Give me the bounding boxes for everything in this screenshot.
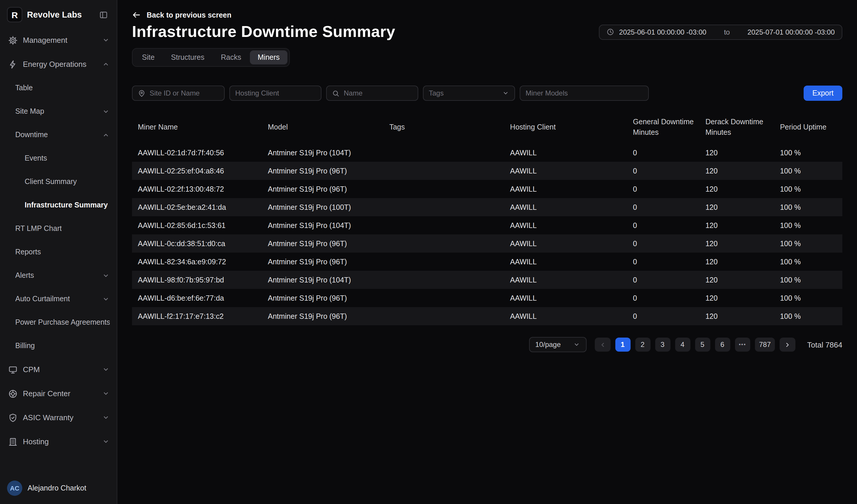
cell-general-downtime: 0: [627, 234, 700, 253]
back-button[interactable]: Back to previous screen: [132, 11, 231, 19]
page-button[interactable]: 787: [755, 337, 775, 352]
sidebar-item-alerts[interactable]: Alerts: [0, 264, 117, 287]
page-button[interactable]: 5: [695, 337, 710, 352]
cell-general-downtime: 0: [627, 271, 700, 289]
monitor-icon: [8, 365, 18, 374]
cell-model: Antminer S19j Pro (104T): [262, 143, 383, 162]
cell-period-uptime: 100 %: [774, 180, 842, 198]
sidebar-item-label: Infrastructure Summary: [24, 201, 108, 209]
sidebar-item-power-purchase-agreements[interactable]: Power Purchase Agreements: [0, 311, 117, 334]
chevron-down-icon: [102, 438, 110, 446]
cell-general-downtime: 0: [627, 216, 700, 234]
site-filter-input[interactable]: [150, 89, 219, 97]
tags-filter-placeholder: Tags: [429, 89, 444, 97]
table-row: AAWILL-02:25:ef:04:a8:46 Antminer S19j P…: [132, 162, 842, 180]
cell-hosting-client: AAWILL: [504, 289, 627, 307]
user-profile[interactable]: AC Alejandro Charkot: [0, 475, 117, 496]
revolve-logo[interactable]: R: [7, 7, 22, 22]
cell-derack-downtime: 120: [700, 307, 774, 325]
cell-tags: [383, 234, 504, 253]
cell-derack-downtime: 120: [700, 162, 774, 180]
sidebar-item-reports[interactable]: Reports: [0, 240, 117, 264]
cell-hosting-client: AAWILL: [504, 162, 627, 180]
tab-miners[interactable]: Miners: [250, 50, 287, 65]
table-row: AAWILL-02:1d:7d:7f:40:56 Antminer S19j P…: [132, 143, 842, 162]
back-row: Back to previous screen: [132, 11, 842, 19]
page-size-select[interactable]: 10/page: [529, 337, 586, 352]
sidebar-item-auto-curtailment[interactable]: Auto Curtailment: [0, 287, 117, 311]
next-page-button[interactable]: [779, 337, 795, 352]
cell-general-downtime: 0: [627, 198, 700, 216]
cell-general-downtime: 0: [627, 162, 700, 180]
bolt-icon: [8, 59, 18, 69]
sidebar-item-cpm[interactable]: CPM: [0, 358, 117, 382]
tab-racks[interactable]: Racks: [213, 50, 249, 65]
tab-structures[interactable]: Structures: [163, 50, 212, 65]
sidebar-item-events[interactable]: Events: [0, 146, 117, 170]
sidebar-item-label: Auto Curtailment: [15, 295, 70, 303]
table-row: AAWILL-02:2f:13:00:48:72 Antminer S19j P…: [132, 180, 842, 198]
sidebar-item-infrastructure-summary[interactable]: Infrastructure Summary: [0, 193, 117, 217]
cell-miner-name: AAWILL-d6:be:ef:6e:77:da: [132, 289, 262, 307]
cell-model: Antminer S19j Pro (96T): [262, 162, 383, 180]
cell-miner-name: AAWILL-02:5e:be:a2:41:da: [132, 198, 262, 216]
sidebar-item-hosting[interactable]: Hosting: [0, 430, 117, 454]
sidebar-item-label: RT LMP Chart: [15, 224, 62, 233]
sidebar-item-site-map[interactable]: Site Map: [0, 100, 117, 123]
sidebar-item-management[interactable]: Management: [0, 28, 117, 52]
cell-model: Antminer S19j Pro (96T): [262, 180, 383, 198]
total-count: Total 7864: [807, 340, 842, 349]
prev-page-button[interactable]: [594, 337, 610, 352]
cell-hosting-client: AAWILL: [504, 216, 627, 234]
sidebar-collapse-button[interactable]: [97, 8, 110, 21]
cell-model: Antminer S19j Pro (104T): [262, 271, 383, 289]
export-button[interactable]: Export: [804, 86, 842, 101]
cell-model: Antminer S19j Pro (96T): [262, 234, 383, 253]
sidebar-item-billing[interactable]: Billing: [0, 334, 117, 358]
cell-derack-downtime: 120: [700, 271, 774, 289]
page-button[interactable]: 6: [715, 337, 730, 352]
tags-filter-select[interactable]: Tags: [423, 86, 515, 101]
page-button[interactable]: 4: [675, 337, 690, 352]
column-header-miner-name: Miner Name: [132, 117, 262, 143]
page-button[interactable]: 2: [635, 337, 650, 352]
table-row: AAWILL-02:85:6d:1c:53:61 Antminer S19j P…: [132, 216, 842, 234]
sidebar-item-label: Table: [15, 84, 33, 92]
tab-site[interactable]: Site: [134, 50, 162, 65]
sidebar-item-rt-lmp-chart[interactable]: RT LMP Chart: [0, 217, 117, 240]
cell-model: Antminer S19j Pro (100T): [262, 198, 383, 216]
page-button[interactable]: 3: [655, 337, 670, 352]
table-row: AAWILL-98:f0:7b:95:97:bd Antminer S19j P…: [132, 271, 842, 289]
cell-general-downtime: 0: [627, 307, 700, 325]
sidebar-item-client-summary[interactable]: Client Summary: [0, 170, 117, 193]
cell-period-uptime: 100 %: [774, 307, 842, 325]
cell-tags: [383, 216, 504, 234]
page-button[interactable]: •••: [735, 337, 750, 352]
cell-period-uptime: 100 %: [774, 143, 842, 162]
cell-general-downtime: 0: [627, 143, 700, 162]
avatar-initials: AC: [10, 485, 19, 492]
sidebar-item-energy-operations[interactable]: Energy Operations: [0, 52, 117, 76]
sidebar-item-downtime[interactable]: Downtime: [0, 123, 117, 146]
pager: 1 2 3 4 5 6 ••• 787: [594, 337, 795, 352]
date-range-picker[interactable]: 2025-06-01 00:00:00 -03:00 to 2025-07-01…: [599, 24, 842, 39]
sidebar-item-label: Energy Operations: [23, 60, 86, 69]
cell-miner-name: AAWILL-02:85:6d:1c:53:61: [132, 216, 262, 234]
sidebar-item-asic-warranty[interactable]: ASIC Warranty: [0, 405, 117, 430]
cell-derack-downtime: 120: [700, 234, 774, 253]
miner-models-filter-input[interactable]: [525, 89, 643, 97]
cell-period-uptime: 100 %: [774, 289, 842, 307]
column-header-model: Model: [262, 117, 383, 143]
sidebar-item-repair-center[interactable]: Repair Center: [0, 382, 117, 405]
cell-model: Antminer S19j Pro (104T): [262, 216, 383, 234]
sidebar-item-label: Downtime: [15, 131, 48, 139]
hosting-client-filter-input[interactable]: [235, 89, 316, 97]
sidebar-item-table[interactable]: Table: [0, 76, 117, 100]
sidebar-item-label: ASIC Warranty: [23, 413, 73, 422]
title-row: Infrastructure Downtime Summary 2025-06-…: [132, 23, 842, 41]
cell-hosting-client: AAWILL: [504, 234, 627, 253]
name-filter-input[interactable]: [344, 89, 413, 97]
cell-derack-downtime: 120: [700, 289, 774, 307]
page-button[interactable]: 1: [615, 337, 630, 352]
cell-tags: [383, 307, 504, 325]
